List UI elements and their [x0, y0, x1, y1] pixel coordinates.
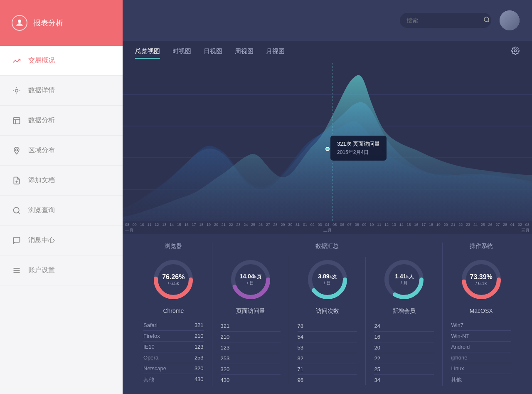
os-group: 操作系统 73.39% / 6.1k [443, 243, 520, 386]
sidebar-item-xiaoxi[interactable]: 消息中心 [0, 225, 123, 255]
shuju-analysis-label: 数据分析 [28, 116, 55, 125]
browser-row-label: Netscape [143, 365, 166, 372]
browser-row-label: Opera [143, 354, 158, 361]
x-axis: 0809101112131415161718192021222324252627… [123, 221, 532, 234]
zhanghu-icon [12, 265, 22, 275]
os-title: 操作系统 [451, 243, 511, 250]
chart-tab-总览视图[interactable]: 总览视图 [135, 45, 160, 59]
browser-group: 浏览器 76.26% / 6.5k [135, 243, 212, 386]
search-icon [483, 16, 490, 25]
metric-pageviews: 14.04k页 / 日 页面访问量 321 210 123 253 320 [212, 257, 289, 385]
browser-donut-sub: / 6.5k [162, 281, 185, 286]
tianjia-icon [12, 176, 22, 186]
jiaoyi-label: 交易概况 [28, 56, 55, 65]
browser-row: IE10123 [143, 342, 204, 352]
browser-donut-wrapper: 76.26% / 6.5k [143, 257, 204, 302]
search-box[interactable] [400, 13, 491, 28]
metric-pageviews-table: 321 210 123 253 320 430 [221, 321, 281, 385]
sidebar-item-liulan[interactable]: 浏览查询 [0, 196, 123, 225]
x-labels-numbers: 0809101112131415161718192021222324252627… [123, 223, 532, 227]
chart-tooltip-dot [325, 147, 330, 151]
browser-row-val: 210 [195, 333, 204, 339]
quyu-label: 区域分布 [28, 146, 55, 155]
sidebar-item-shuju-analysis[interactable]: 数据分析 [0, 106, 123, 136]
svg-point-1 [15, 89, 18, 92]
chart-tab-周视图[interactable]: 周视图 [235, 45, 254, 59]
chart-tab-时视图[interactable]: 时视图 [172, 45, 191, 59]
search-input[interactable] [406, 17, 479, 24]
chart-settings-icon[interactable] [511, 47, 520, 57]
sidebar-item-shuju-detail[interactable]: 数据详情 [0, 76, 123, 106]
liulan-icon [12, 206, 22, 216]
browser-row-label: Firefox [143, 333, 160, 339]
chart-tabs: 总览视图时视图日视图周视图月视图 [123, 41, 532, 63]
chart-svg [123, 63, 532, 221]
os-col: 操作系统 73.39% / 6.1k [442, 243, 520, 386]
metric-visits-table: 78 54 53 32 71 96 [298, 321, 357, 385]
browser-row: Firefox210 [143, 331, 204, 342]
sidebar-item-zhanghu[interactable]: 账户设置 [0, 255, 123, 285]
shuju-detail-icon [12, 86, 22, 96]
svg-line-14 [488, 21, 489, 22]
svg-point-15 [515, 50, 517, 52]
sidebar-item-tianjia[interactable]: 添加文档 [0, 166, 123, 196]
metric-members: 1.41k人 / 月 新增会员 24 16 20 22 25 [366, 257, 442, 385]
avatar-image [500, 10, 520, 30]
avatar[interactable] [500, 10, 520, 30]
xiaoxi-icon [12, 235, 22, 245]
main-content: 总览视图时视图日视图周视图月视图 [123, 0, 532, 394]
browser-row: 其他430 [143, 374, 204, 386]
chart-tab-月视图[interactable]: 月视图 [266, 45, 285, 59]
browser-title: 浏览器 [143, 243, 204, 250]
os-name: MacOSX [451, 307, 511, 314]
browser-row-val: 123 [195, 344, 204, 350]
quyu-icon [12, 146, 22, 156]
chart-tab-日视图[interactable]: 日视图 [204, 45, 222, 59]
metric-members-table: 24 16 20 22 25 34 [374, 321, 434, 385]
metric-members-label: 新增会员 [374, 307, 434, 315]
main-header [123, 0, 532, 41]
stats-section: 浏览器 76.26% / 6.5k [123, 234, 532, 394]
data-summary-title: 数据汇总 [212, 243, 443, 250]
browser-donut: 76.26% / 6.5k [150, 257, 196, 302]
os-donut: 73.39% / 6.1k [458, 257, 504, 302]
sidebar-item-jiaoyi[interactable]: 交易概况 [0, 46, 123, 76]
shuju-detail-label: 数据详情 [28, 86, 55, 95]
browser-row: Netscape320 [143, 363, 204, 374]
sidebar-title: 报表分析 [33, 18, 63, 28]
data-summary-col: 数据汇总 14.04k页 / 日 [212, 243, 443, 386]
sidebar-header-icon [12, 15, 27, 31]
browser-row-val: 321 [195, 322, 204, 328]
sidebar-nav: 交易概况 数据详情 数据分析 区域分布 添加文档 浏览查询 消息中心 账户设置 [0, 46, 123, 394]
browser-row-label: 其他 [143, 376, 154, 384]
os-donut-pct: 73.39% [470, 273, 493, 281]
browser-row-val: 430 [195, 376, 204, 384]
browser-row: Opera253 [143, 352, 204, 363]
sidebar: 报表分析 交易概况 数据详情 数据分析 区域分布 添加文档 浏览查询 消息中心 … [0, 0, 123, 394]
browser-name: Chrome [143, 307, 204, 314]
xiaoxi-label: 消息中心 [28, 236, 55, 245]
browser-col: 浏览器 76.26% / 6.5k [135, 243, 212, 386]
x-labels-months: 一月 二月 三月 [123, 228, 532, 233]
browser-donut-pct: 76.26% [162, 273, 185, 281]
svg-line-9 [18, 212, 20, 213]
liulan-label: 浏览查询 [28, 206, 55, 215]
browser-row-val: 320 [195, 365, 204, 372]
jiaoyi-icon [12, 56, 22, 66]
os-donut-wrapper: 73.39% / 6.1k [451, 257, 511, 302]
browser-row-label: IE10 [143, 344, 155, 350]
browser-table: Safari321Firefox210IE10123Opera253Netsca… [143, 320, 204, 386]
browser-row: Safari321 [143, 320, 204, 331]
zhanghu-label: 账户设置 [28, 266, 55, 275]
chart-container: 321次 页面访问量 2015年2月4日 [123, 63, 532, 221]
metric-pageviews-label: 页面访问量 [221, 307, 281, 315]
shuju-analysis-icon [12, 116, 22, 126]
data-metrics: 14.04k页 / 日 页面访问量 321 210 123 253 320 [212, 257, 443, 385]
svg-point-13 [484, 17, 489, 22]
svg-point-0 [18, 20, 21, 23]
sidebar-header: 报表分析 [0, 0, 123, 46]
browser-donut-center: 76.26% / 6.5k [162, 273, 185, 286]
os-donut-sub: / 6.1k [470, 281, 493, 286]
metric-visits: 3.89k次 / 日 访问次数 78 54 53 32 71 [289, 257, 366, 385]
sidebar-item-quyu[interactable]: 区域分布 [0, 136, 123, 166]
